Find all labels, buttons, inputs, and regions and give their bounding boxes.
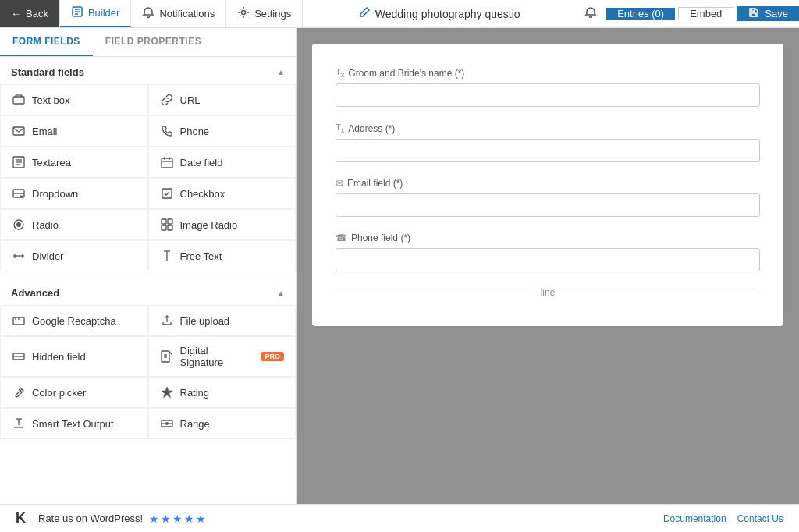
dropdown-icon xyxy=(12,186,26,200)
form-card: Tx Groom and Bride's name (*) Tx Address… xyxy=(312,44,783,326)
file-upload-icon xyxy=(160,314,174,328)
divider-label: line xyxy=(541,287,556,298)
save-label: Save xyxy=(765,8,788,20)
field-color-picker[interactable]: Color picker xyxy=(0,377,148,408)
contact-link[interactable]: Contact Us xyxy=(737,513,783,524)
date-icon xyxy=(160,155,174,169)
address-input[interactable] xyxy=(336,139,760,162)
checkbox-icon xyxy=(160,186,174,200)
groom-bride-label: Tx Groom and Bride's name (*) xyxy=(336,67,760,79)
digital-sig-label: Digital Signature xyxy=(180,345,252,368)
right-content: Tx Groom and Bride's name (*) Tx Address… xyxy=(297,28,799,504)
chevron-up-icon: ▲ xyxy=(277,68,285,76)
edit-icon xyxy=(358,6,371,21)
back-label: Back xyxy=(26,8,48,20)
svg-rect-40 xyxy=(162,351,169,362)
email-input[interactable] xyxy=(336,193,760,217)
standard-fields-header[interactable]: Standard fields ▲ xyxy=(0,57,296,84)
text-box-icon xyxy=(12,93,26,107)
tab-form-fields[interactable]: FORM FIELDS xyxy=(0,28,93,56)
field-text-box[interactable]: Text box xyxy=(0,84,148,115)
field-email[interactable]: Email xyxy=(0,115,148,147)
field-range[interactable]: Range xyxy=(148,408,297,439)
groom-bride-input[interactable] xyxy=(336,83,760,107)
svg-rect-6 xyxy=(751,9,755,11)
tab-field-properties[interactable]: FIELD PROPERTIES xyxy=(93,28,214,56)
field-divider[interactable]: Divider xyxy=(0,240,148,271)
url-icon xyxy=(160,93,174,107)
svg-rect-16 xyxy=(162,158,172,168)
image-radio-label: Image Radio xyxy=(180,219,238,231)
save-button[interactable]: Save xyxy=(737,6,799,21)
field-url[interactable]: URL xyxy=(148,84,297,115)
form-field-email: ✉ Email field (*) xyxy=(336,178,760,217)
svg-rect-28 xyxy=(168,225,172,230)
hidden-label: Hidden field xyxy=(32,351,86,363)
field-digital-signature[interactable]: Digital Signature PRO xyxy=(148,336,297,377)
field-rating[interactable]: Rating xyxy=(148,377,297,408)
field-file-upload[interactable]: File upload xyxy=(148,305,297,336)
range-label: Range xyxy=(180,418,210,430)
range-icon xyxy=(160,417,174,431)
entries-label: Entries (0) xyxy=(617,8,664,20)
url-label: URL xyxy=(180,94,201,106)
textarea-label: Textarea xyxy=(32,157,71,168)
entries-button[interactable]: Entries (0) xyxy=(606,8,675,20)
field-smart-text[interactable]: Smart Text Output xyxy=(0,408,148,439)
form-title: Wedding photography questio xyxy=(303,6,575,21)
builder-icon xyxy=(71,5,83,20)
field-dropdown[interactable]: Dropdown xyxy=(0,178,148,209)
field-date[interactable]: Date field xyxy=(148,147,297,178)
footer-stars[interactable]: ★ ★ ★ ★ ★ xyxy=(149,512,206,525)
settings-label: Settings xyxy=(254,8,291,20)
footer-right: Documentation Contact Us xyxy=(663,513,783,524)
field-free-text[interactable]: Free Text xyxy=(148,240,297,271)
builder-button[interactable]: Builder xyxy=(60,0,131,27)
phone-field-icon: ☎ xyxy=(336,232,347,243)
digital-sig-icon xyxy=(160,349,174,364)
field-image-radio[interactable]: Image Radio xyxy=(148,209,297,240)
phone-input[interactable] xyxy=(336,248,760,271)
field-hidden[interactable]: Hidden field xyxy=(0,336,148,377)
free-text-label: Free Text xyxy=(180,250,222,262)
settings-icon xyxy=(237,6,250,21)
date-label: Date field xyxy=(180,157,223,168)
field-checkbox[interactable]: Checkbox xyxy=(148,178,297,209)
form-field-phone: ☎ Phone field (*) xyxy=(336,232,760,271)
field-radio[interactable]: Radio xyxy=(0,209,148,240)
footer-left: K Rate us on WordPress! ★ ★ ★ ★ ★ xyxy=(16,510,206,527)
svg-rect-27 xyxy=(162,225,166,230)
top-nav: ← Back Builder Notifications Settings We… xyxy=(0,0,799,28)
svg-rect-11 xyxy=(13,127,24,135)
advanced-fields-header[interactable]: Advanced ▲ xyxy=(0,278,296,305)
documentation-link[interactable]: Documentation xyxy=(663,513,726,524)
dropdown-label: Dropdown xyxy=(32,188,78,200)
divider-label: Divider xyxy=(32,250,63,262)
back-button[interactable]: ← Back xyxy=(0,0,60,27)
svg-rect-22 xyxy=(162,189,172,198)
field-textarea[interactable]: Textarea xyxy=(0,147,148,178)
field-phone[interactable]: Phone xyxy=(148,115,297,147)
address-label: Tx Address (*) xyxy=(336,122,760,134)
svg-rect-26 xyxy=(168,219,172,224)
svg-marker-44 xyxy=(162,387,172,398)
rating-icon xyxy=(160,385,174,399)
rate-text: Rate us on WordPress! xyxy=(38,512,143,524)
svg-rect-7 xyxy=(13,97,24,104)
field-google-recaptcha[interactable]: Google Recaptcha xyxy=(0,305,148,336)
text-field-icon: Tx xyxy=(336,67,344,79)
bell-icon[interactable] xyxy=(575,6,606,21)
standard-fields-label: Standard fields xyxy=(11,66,84,78)
form-field-groom-bride: Tx Groom and Bride's name (*) xyxy=(336,67,760,107)
notifications-button[interactable]: Notifications xyxy=(131,0,226,27)
pro-badge: PRO xyxy=(261,352,284,361)
radio-icon xyxy=(12,218,26,232)
embed-button[interactable]: Embed xyxy=(678,7,733,20)
phone-icon xyxy=(160,124,174,138)
left-panel: FORM FIELDS FIELD PROPERTIES Standard fi… xyxy=(0,28,297,504)
address-field-icon: Tx xyxy=(336,122,344,134)
settings-button[interactable]: Settings xyxy=(226,0,303,27)
notifications-icon xyxy=(142,6,154,21)
chevron-up-icon2: ▲ xyxy=(277,289,285,297)
advanced-label: Advanced xyxy=(11,287,59,299)
